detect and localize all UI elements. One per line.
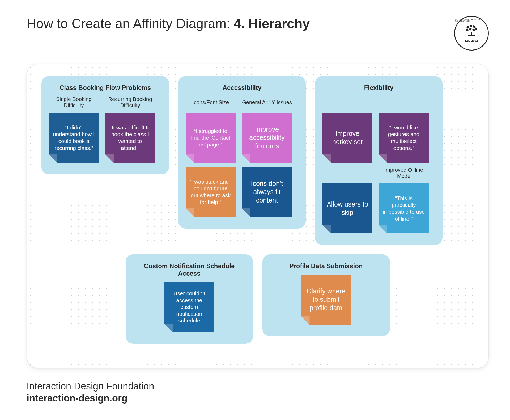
sticky-note: “I struggled to find the ‘Contact us’ pa… [186, 113, 236, 163]
flexibility-col-1: . “I would like gestures and multiselect… [379, 96, 429, 233]
svg-rect-6 [472, 28, 475, 31]
idf-logo: INTERACTION DESIGN FOUNDATION Est. 2002 [454, 16, 489, 51]
sticky-note: Improve accessibility features [242, 113, 292, 163]
cluster-profile: Profile Data Submission Clarify where to… [262, 254, 390, 336]
flexibility-col-0: . Improve hotkey set . Allow users to sk… [322, 96, 372, 233]
sticky-note: “It was difficult to book the class I wa… [105, 113, 155, 163]
svg-rect-1 [466, 26, 469, 28]
svg-rect-2 [470, 25, 472, 27]
cluster-booking: Class Booking Flow Problems Single Booki… [41, 76, 169, 174]
sticky-note: User couldn’t access the custom notifica… [164, 282, 214, 332]
accessibility-col-0: Icons/Font Size “I struggled to find the… [186, 96, 236, 217]
tree-icon [465, 24, 478, 39]
header: How to Create an Affinity Diagram: 4. Hi… [27, 16, 489, 51]
cluster-notifications: Custom Notification Schedule Access User… [126, 254, 253, 344]
sticky-note: “I didn’t understand how I could book a … [49, 113, 99, 163]
board-row-1: Class Booking Flow Problems Single Booki… [41, 76, 474, 245]
svg-rect-5 [469, 28, 472, 30]
logo-ring-text: INTERACTION DESIGN FOUNDATION [455, 18, 488, 22]
title-prefix: How to Create an Affinity Diagram: [27, 16, 234, 31]
cluster-title: Profile Data Submission [270, 262, 382, 270]
subgroup-label: Improved Offline Mode [379, 167, 429, 179]
cluster-title: Class Booking Flow Problems [49, 84, 162, 91]
cluster-title: Accessibility [186, 84, 298, 91]
cluster-accessibility: Accessibility Icons/Font Size “I struggl… [178, 76, 306, 229]
sticky-note: Improve hotkey set [322, 113, 372, 163]
booking-col-1: Recurring Booking Difficulty “It was dif… [105, 96, 155, 163]
sticky-note: “This is practically impossible to use o… [379, 183, 429, 233]
accessibility-col-1: General A11Y Issues Improve accessibilit… [242, 96, 292, 217]
sticky-note: Clarify where to submit profile data [301, 275, 351, 325]
subgroup-label: Icons/Font Size [192, 96, 229, 108]
sticky-note: Allow users to skip [322, 183, 372, 233]
cluster-title: Flexibility [322, 84, 435, 91]
page-title: How to Create an Affinity Diagram: 4. Hi… [27, 16, 310, 31]
sticky-note: Icons don’t always fit content [242, 167, 292, 217]
sticky-note: “I was stuck and I couldn’t figure out w… [186, 167, 236, 217]
footer: Interaction Design Foundation interactio… [27, 380, 489, 404]
affinity-board: Class Booking Flow Problems Single Booki… [27, 64, 489, 368]
subgroup-label: Recurring Booking Difficulty [105, 96, 155, 108]
subgroup-label: Single Booking Difficulty [49, 96, 99, 108]
footer-url: interaction-design.org [27, 392, 489, 404]
logo-est: Est. 2002 [465, 39, 478, 42]
svg-rect-7 [475, 27, 477, 30]
sticky-note: “I would like gestures and multiselect o… [379, 113, 429, 163]
cluster-title: Custom Notification Schedule Access [133, 262, 246, 277]
footer-org: Interaction Design Foundation [27, 380, 489, 392]
subgroup-label: General A11Y Issues [242, 96, 292, 108]
board-row-2: Custom Notification Schedule Access User… [41, 254, 474, 344]
cluster-flexibility: Flexibility . Improve hotkey set . Allow… [315, 76, 443, 245]
booking-col-0: Single Booking Difficulty “I didn’t unde… [49, 96, 99, 163]
svg-rect-3 [473, 25, 475, 28]
svg-rect-4 [466, 28, 468, 31]
title-step: 4. Hierarchy [234, 16, 310, 31]
